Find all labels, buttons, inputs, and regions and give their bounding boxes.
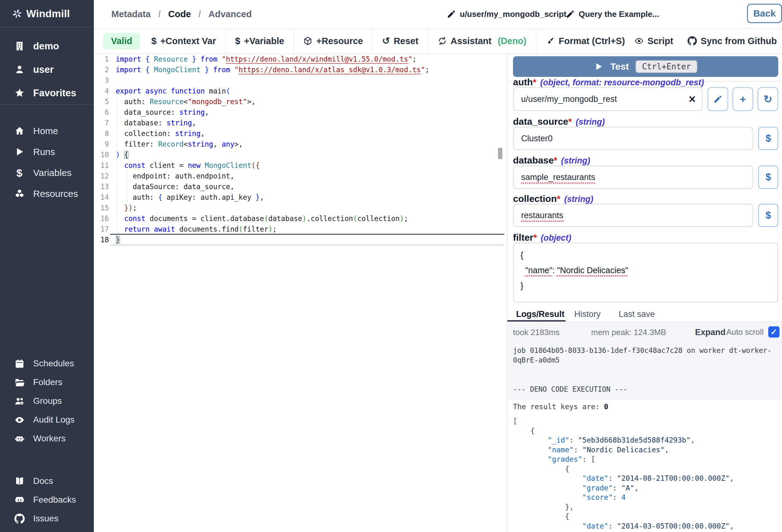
robot-icon	[14, 433, 25, 444]
tab-logs-result[interactable]: Logs/Result	[516, 309, 565, 319]
breadcrumb: Metadata / Code / Advanced	[111, 0, 252, 28]
database-var-picker-button[interactable]: $	[758, 166, 778, 189]
tab-metadata[interactable]: Metadata	[111, 9, 151, 20]
reset-button[interactable]: ↺ Reset	[372, 29, 428, 53]
filter-json-editor[interactable]: { "name": "Nordic Delicacies"}	[513, 242, 778, 303]
script-path: u/user/my_mongodb_script	[460, 9, 567, 19]
add-resource-button-panel[interactable]: +	[733, 87, 753, 111]
script-view-button[interactable]: Script	[634, 36, 673, 46]
code-line: "date": "2014-08-21T00:00:00.000Z",	[513, 473, 734, 483]
sidebar-item-label: Favorites	[33, 87, 76, 99]
memory-stat: mem peak: 124.3MB	[591, 328, 666, 337]
auto-scroll-label: Auto scroll	[726, 328, 763, 337]
sidebar-item-label: Docs	[33, 476, 53, 486]
sidebar-item-label: Folders	[33, 377, 62, 387]
format-button[interactable]: Format (Ctrl+S)	[536, 29, 634, 53]
auto-scroll-checkbox[interactable]: ✓	[768, 326, 780, 338]
sidebar-item-variables[interactable]: $Variables	[0, 162, 94, 183]
sidebar-item-issues[interactable]: Issues	[0, 509, 94, 528]
editor-scrollbar-thumb[interactable]	[498, 148, 502, 159]
sidebar-item-favorites[interactable]: Favorites	[0, 81, 94, 105]
sidebar-item-label: Schedules	[33, 358, 74, 369]
play-icon	[14, 146, 25, 157]
database-input[interactable]: sample_restaurants	[513, 166, 753, 189]
star-icon	[14, 87, 25, 99]
dollar-icon: $	[151, 36, 157, 46]
sync-from-github-button[interactable]: Sync from Github	[687, 36, 777, 46]
refresh-icon: ↻	[763, 94, 773, 104]
code-line: "name": "Nordic Delicacies",	[513, 445, 734, 455]
job-log-output: job 01864b05-8033-b136-1def-f30c48ac7c28…	[513, 346, 773, 394]
sidebar-item-groups[interactable]: Groups	[0, 392, 94, 410]
breadcrumb-separator: /	[158, 9, 161, 20]
line-number: 6	[94, 107, 109, 117]
clear-resource-icon[interactable]: ×	[689, 93, 696, 105]
collection-var-picker-button[interactable]: $	[758, 204, 778, 227]
line-number: 2	[94, 64, 109, 75]
expand-button[interactable]: Expand	[695, 328, 726, 337]
code-line: "grades": [	[513, 454, 734, 464]
code-line: "date": "2014-03-05T00:00:00.000Z",	[513, 521, 734, 531]
sidebar-item-docs[interactable]: Docs	[0, 472, 94, 490]
data-source-var-picker-button[interactable]: $	[758, 127, 778, 150]
code-line: {	[513, 512, 734, 521]
sidebar-item-audit-logs[interactable]: Audit Logs	[0, 410, 94, 429]
code-line: database: string,	[116, 117, 497, 128]
dollar-icon: $	[235, 36, 240, 46]
collection-input[interactable]: restaurants	[513, 204, 753, 227]
assistant-refresh-icon	[438, 36, 447, 46]
line-number: 10	[94, 149, 109, 160]
add-resource-button[interactable]: +Resource	[294, 29, 372, 53]
script-path-edit[interactable]: u/user/my_mongodb_script	[447, 0, 567, 28]
sidebar-item-demo[interactable]: demo	[0, 34, 94, 58]
sidebar-admin-nav: SchedulesFoldersGroupsAudit LogsWorkers	[0, 354, 94, 448]
edit-resource-button[interactable]	[708, 87, 728, 111]
data-source-input[interactable]: Cluster0	[513, 127, 753, 150]
sidebar-item-label: user	[33, 64, 54, 75]
code-editor[interactable]: 123456789101112131415161718 import { Res…	[94, 54, 504, 532]
sidebar: Windmill demouserFavorites HomeRuns$Vari…	[0, 0, 94, 532]
reset-icon: ↺	[382, 36, 390, 46]
sidebar-item-user[interactable]: user	[0, 58, 94, 81]
groups-icon	[14, 395, 25, 407]
code-line	[116, 75, 497, 86]
test-button[interactable]: Test Ctrl+Enter	[513, 56, 778, 77]
code-line: import { MongoClient } from "https://den…	[116, 64, 497, 75]
test-shortcut-badge: Ctrl+Enter	[636, 60, 697, 73]
line-number-gutter: 123456789101112131415161718	[94, 54, 109, 245]
back-button[interactable]: Back	[747, 4, 782, 23]
script-summary-edit[interactable]: Query the Example...	[566, 0, 659, 28]
cube-icon	[303, 36, 313, 46]
sidebar-item-schedules[interactable]: Schedules	[0, 354, 94, 373]
line-number: 9	[94, 139, 109, 149]
add-variable-button[interactable]: $ +Variable	[225, 29, 293, 53]
refresh-resource-button[interactable]: ↻	[757, 87, 778, 111]
building-icon	[14, 41, 25, 52]
sidebar-item-workers[interactable]: Workers	[0, 429, 94, 448]
auth-resource-input[interactable]: u/user/my_mongodb_rest ×	[513, 87, 703, 111]
result-intro-line: The result keys are: 0	[513, 403, 608, 411]
windmill-brand[interactable]: Windmill	[0, 0, 94, 28]
sidebar-item-feedbacks[interactable]: Feedbacks	[0, 490, 94, 509]
add-context-var-button[interactable]: $ +Context Var	[142, 29, 225, 53]
play-triangle-icon	[594, 62, 603, 71]
calendar-icon	[14, 358, 25, 369]
tab-history[interactable]: History	[574, 309, 601, 319]
code-line: }	[116, 234, 497, 245]
brush-icon	[545, 36, 555, 46]
sidebar-item-resources[interactable]: Resources	[0, 183, 94, 204]
code-line: ) {	[116, 149, 497, 160]
tab-code[interactable]: Code	[168, 9, 191, 20]
valid-badge: Valid	[103, 33, 140, 49]
assistant-button[interactable]: Assistant (Deno)	[428, 29, 536, 53]
sidebar-item-folders[interactable]: Folders	[0, 373, 94, 392]
folder-icon	[14, 377, 25, 388]
line-number: 16	[94, 213, 109, 224]
tab-advanced[interactable]: Advanced	[208, 9, 252, 20]
line-number: 5	[94, 96, 109, 107]
sidebar-item-home[interactable]: Home	[0, 120, 94, 141]
tab-last-save[interactable]: Last save	[619, 309, 655, 319]
script-summary: Query the Example...	[579, 9, 659, 19]
line-number: 12	[94, 171, 109, 181]
sidebar-item-runs[interactable]: Runs	[0, 141, 94, 162]
